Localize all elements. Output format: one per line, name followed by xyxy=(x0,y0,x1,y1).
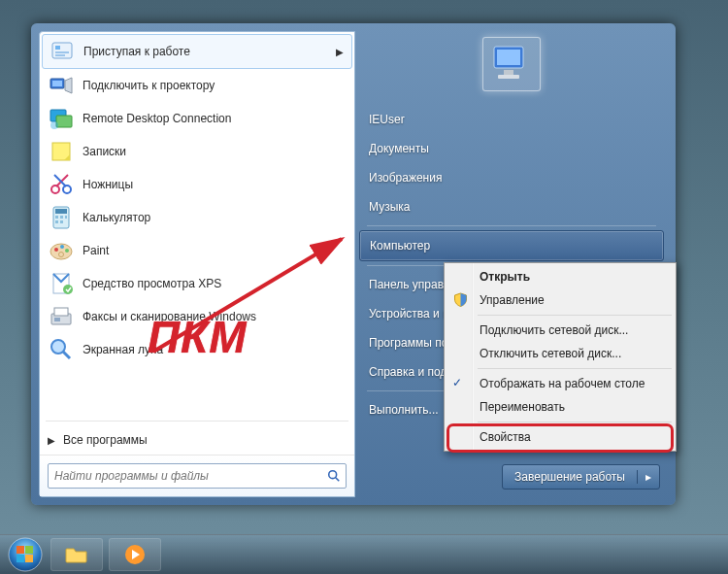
right-item-изображения[interactable]: Изображения xyxy=(355,163,668,192)
program-label: Экранная лупа xyxy=(83,343,163,356)
svg-rect-42 xyxy=(25,546,33,554)
svg-point-24 xyxy=(65,249,69,253)
svg-rect-30 xyxy=(54,318,60,321)
context-menu-label: Свойства xyxy=(480,430,531,444)
sticky-notes-icon xyxy=(48,138,75,165)
svg-point-25 xyxy=(59,253,64,257)
context-menu-item[interactable]: Свойства xyxy=(447,425,674,449)
svg-rect-19 xyxy=(55,220,58,223)
program-label: Факсы и сканирование Windows xyxy=(83,310,256,323)
svg-rect-16 xyxy=(55,216,58,219)
search-box[interactable] xyxy=(48,463,347,489)
program-item-rdc[interactable]: Remote Desktop Connection xyxy=(42,102,352,135)
search-icon[interactable] xyxy=(322,464,346,488)
program-item-snipping[interactable]: Ножницы xyxy=(42,168,352,201)
context-menu-label: Подключить сетевой диск... xyxy=(480,323,628,337)
right-item-label: Музыка xyxy=(369,200,410,214)
svg-rect-7 xyxy=(56,116,72,127)
separator xyxy=(367,225,656,226)
program-label: Средство просмотра XPS xyxy=(83,277,221,290)
context-menu-label: Управление xyxy=(480,293,545,307)
program-item-magnifier[interactable]: Экранная лупа xyxy=(42,333,352,366)
calc-icon xyxy=(48,204,75,231)
svg-point-33 xyxy=(329,471,337,479)
projector-icon xyxy=(48,72,75,99)
program-item-getting-started[interactable]: Приступая к работе▶ xyxy=(42,34,352,69)
shutdown-button[interactable]: Завершение работы ▸ xyxy=(502,464,660,490)
taskbar-media-player-button[interactable] xyxy=(109,538,161,571)
right-item-label: Компьютер xyxy=(370,239,430,253)
context-menu-item[interactable]: Подключить сетевой диск... xyxy=(447,319,674,342)
checkmark-icon: ✓ xyxy=(452,376,468,391)
context-menu-item[interactable]: Открыть xyxy=(447,265,674,288)
desktop: Приступая к работе▶Подключить к проектор… xyxy=(0,0,728,574)
search-input[interactable] xyxy=(49,464,322,488)
all-programs-label: Все программы xyxy=(63,433,148,447)
right-item-документы[interactable]: Документы xyxy=(355,134,668,163)
program-item-projector[interactable]: Подключить к проектору xyxy=(42,69,352,102)
right-item-label: Выполнить... xyxy=(369,403,439,417)
program-label: Записки xyxy=(83,145,126,158)
program-item-fax[interactable]: Факсы и сканирование Windows xyxy=(42,300,352,333)
program-label: Приступая к работе xyxy=(83,45,190,58)
svg-rect-20 xyxy=(60,220,63,223)
program-label: Калькулятор xyxy=(83,211,150,224)
shutdown-options-arrow-icon[interactable]: ▸ xyxy=(638,465,659,489)
context-menu-label: Открыть xyxy=(480,270,530,284)
media-player-icon xyxy=(124,544,146,565)
context-menu-label: Отображать на рабочем столе xyxy=(480,377,645,390)
svg-point-11 xyxy=(63,186,71,193)
separator xyxy=(46,421,348,422)
arrow-right-icon: ▶ xyxy=(48,435,55,446)
svg-point-22 xyxy=(54,248,58,252)
program-item-sticky-notes[interactable]: Записки xyxy=(42,135,352,168)
context-menu-item[interactable]: Переименовать xyxy=(447,395,674,419)
program-label: Paint xyxy=(83,244,109,257)
recent-programs-list: Приступая к работе▶Подключить к проектор… xyxy=(40,32,354,417)
svg-rect-2 xyxy=(55,51,69,53)
context-menu-item[interactable]: Управление xyxy=(447,288,674,312)
user-picture-frame[interactable] xyxy=(355,31,668,105)
program-item-calc[interactable]: Калькулятор xyxy=(42,201,352,234)
svg-point-23 xyxy=(60,245,64,249)
svg-rect-15 xyxy=(55,209,67,214)
context-menu-label: Отключить сетевой диск... xyxy=(480,347,621,360)
svg-rect-43 xyxy=(17,555,24,562)
svg-rect-44 xyxy=(25,555,33,562)
context-menu-separator xyxy=(478,422,672,422)
svg-rect-37 xyxy=(504,70,513,75)
context-menu-label: Переименовать xyxy=(480,400,565,414)
context-menu-separator xyxy=(478,315,672,316)
search-wrap xyxy=(40,455,354,496)
rdc-icon xyxy=(48,105,75,132)
context-menu-item[interactable]: ✓Отображать на рабочем столе xyxy=(447,372,674,395)
magnifier-icon xyxy=(48,336,75,363)
svg-rect-38 xyxy=(498,75,519,79)
svg-rect-3 xyxy=(55,54,65,56)
svg-rect-1 xyxy=(55,46,60,50)
all-programs-button[interactable]: ▶ Все программы xyxy=(40,425,354,455)
folder-icon xyxy=(65,545,88,564)
program-label: Remote Desktop Connection xyxy=(83,112,231,125)
getting-started-icon xyxy=(49,38,76,65)
right-item-музыка[interactable]: Музыка xyxy=(355,192,668,221)
program-label: Подключить к проектору xyxy=(83,79,215,92)
submenu-arrow-icon: ▶ xyxy=(336,47,344,57)
context-menu-item[interactable]: Отключить сетевой диск... xyxy=(447,342,674,365)
svg-rect-5 xyxy=(52,81,62,86)
right-item-компьютер[interactable]: Компьютер xyxy=(359,230,664,261)
program-item-paint[interactable]: Paint xyxy=(42,234,352,267)
start-button[interactable] xyxy=(6,535,45,574)
start-menu-left-pane: Приступая к работе▶Подключить к проектор… xyxy=(39,31,355,497)
right-item-ieuser[interactable]: IEUser xyxy=(355,105,668,134)
program-item-xps[interactable]: Средство просмотра XPS xyxy=(42,267,352,300)
right-item-label: Документы xyxy=(369,142,429,155)
svg-point-10 xyxy=(51,186,59,193)
taskbar-explorer-button[interactable] xyxy=(50,538,103,571)
taskbar[interactable] xyxy=(0,534,728,574)
program-label: Ножницы xyxy=(83,178,133,191)
xps-icon xyxy=(48,270,75,297)
snipping-icon xyxy=(48,171,75,198)
monitor-icon xyxy=(482,37,541,91)
svg-rect-18 xyxy=(65,216,67,219)
